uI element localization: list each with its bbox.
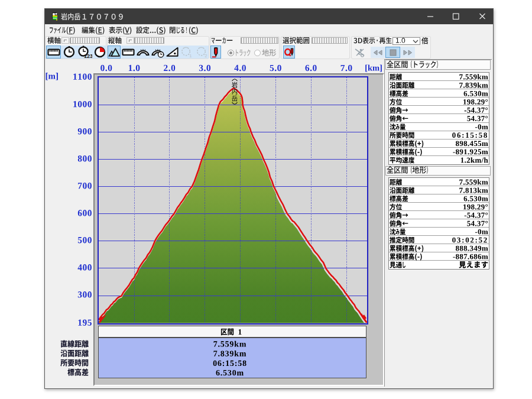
svg-text:1: 1 <box>189 53 192 59</box>
svg-text:123: 123 <box>84 53 92 59</box>
svg-text:2: 2 <box>205 53 207 59</box>
